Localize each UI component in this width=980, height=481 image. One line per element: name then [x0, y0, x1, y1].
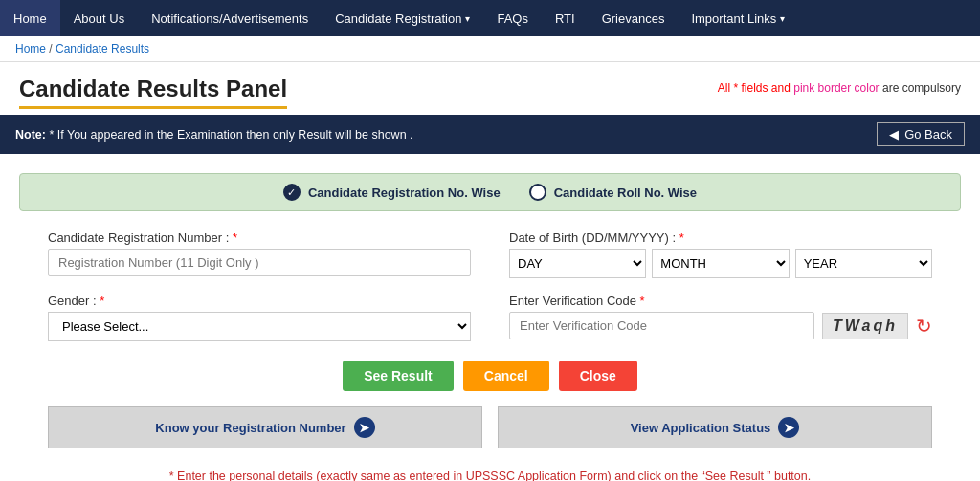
dob-label: Date of Birth (DD/MM/YYYY) : *	[509, 230, 932, 245]
nav-notifications[interactable]: Notifications/Advertisements	[138, 0, 322, 36]
required-note-suffix: are compulsory	[882, 81, 961, 95]
arrow-right-icon: ➤	[354, 417, 375, 438]
cancel-button[interactable]: Cancel	[463, 361, 549, 391]
nav-faqs[interactable]: FAQs	[483, 0, 542, 36]
nav-rti[interactable]: RTI	[542, 0, 589, 36]
radio-tabs: ✓ Candidate Registration No. Wise Candid…	[19, 173, 961, 211]
breadcrumb-home-link[interactable]: Home	[15, 42, 46, 55]
go-back-icon: ◀	[889, 127, 899, 142]
go-back-button[interactable]: ◀ Go Back	[877, 122, 965, 146]
registration-number-group: Candidate Registration Number : *	[48, 230, 471, 278]
nav-candidate-registration[interactable]: Candidate Registration ▾	[322, 0, 483, 36]
tab-registration-label: Candidate Registration No. Wise	[308, 186, 501, 200]
registration-number-label: Candidate Registration Number : *	[48, 230, 471, 245]
view-application-status-button[interactable]: View Application Status ➤	[498, 406, 932, 448]
refresh-captcha-icon[interactable]: ↻	[916, 315, 932, 338]
radio-unchecked-icon	[529, 184, 546, 201]
action-row: Know your Registration Number ➤ View App…	[19, 406, 961, 448]
know-registration-button[interactable]: Know your Registration Number ➤	[48, 406, 482, 448]
dob-day-select[interactable]: DAY	[509, 249, 646, 278]
nav-home[interactable]: Home	[0, 0, 60, 36]
gender-select[interactable]: Please Select... Male Female Other	[48, 312, 471, 341]
form-grid: Candidate Registration Number : * Date o…	[19, 230, 961, 341]
required-note: All * fields and pink border color are c…	[718, 81, 961, 95]
footer-note: * Enter the personal details (exactly sa…	[19, 464, 961, 481]
note-text: Note: * If You appeared in the Examinati…	[15, 128, 413, 142]
verification-group: Enter Verification Code * TWaqh ↻	[509, 294, 932, 341]
nav-about[interactable]: About Us	[60, 0, 138, 36]
see-result-button[interactable]: See Result	[343, 361, 454, 391]
tab-roll-wise[interactable]: Candidate Roll No. Wise	[529, 184, 697, 201]
dob-year-select[interactable]: YEAR	[795, 249, 932, 278]
required-star: All * fields and	[718, 81, 793, 95]
close-button[interactable]: Close	[559, 361, 637, 391]
dob-month-select[interactable]: MONTH	[652, 249, 789, 278]
registration-number-input[interactable]	[48, 249, 471, 276]
radio-checked-icon: ✓	[283, 184, 301, 201]
tab-roll-label: Candidate Roll No. Wise	[554, 186, 697, 200]
dob-group: Date of Birth (DD/MM/YYYY) : * DAY MONTH…	[509, 230, 932, 278]
note-bar: Note: * If You appeared in the Examinati…	[0, 115, 980, 154]
page-header: Candidate Results Panel All * fields and…	[0, 62, 980, 115]
captcha-image: TWaqh	[822, 313, 908, 339]
nav-grievances[interactable]: Grievances	[589, 0, 679, 36]
dob-row: DAY MONTH YEAR	[509, 249, 932, 278]
chevron-down-icon: ▾	[465, 13, 470, 24]
verification-row: TWaqh ↻	[509, 312, 932, 339]
chevron-down-icon: ▾	[780, 13, 785, 24]
nav-important-links[interactable]: Important Links ▾	[678, 0, 798, 36]
gender-group: Gender : * Please Select... Male Female …	[48, 294, 471, 341]
navbar: Home About Us Notifications/Advertisemen…	[0, 0, 980, 36]
note-label: Note:	[15, 128, 46, 142]
breadcrumb: Home / Candidate Results	[0, 36, 980, 62]
note-content: * If You appeared in the Examination the…	[49, 128, 412, 142]
gender-label: Gender : *	[48, 294, 471, 308]
tab-registration-wise[interactable]: ✓ Candidate Registration No. Wise	[283, 184, 501, 201]
verification-input[interactable]	[509, 312, 814, 339]
breadcrumb-current: Candidate Results	[56, 42, 149, 55]
form-button-row: See Result Cancel Close	[19, 361, 961, 391]
page-title: Candidate Results Panel	[19, 76, 287, 109]
pink-border-text: pink border color	[793, 81, 879, 95]
verification-label: Enter Verification Code *	[509, 294, 932, 308]
main-panel: ✓ Candidate Registration No. Wise Candid…	[0, 154, 980, 481]
arrow-right-icon: ➤	[778, 417, 799, 438]
